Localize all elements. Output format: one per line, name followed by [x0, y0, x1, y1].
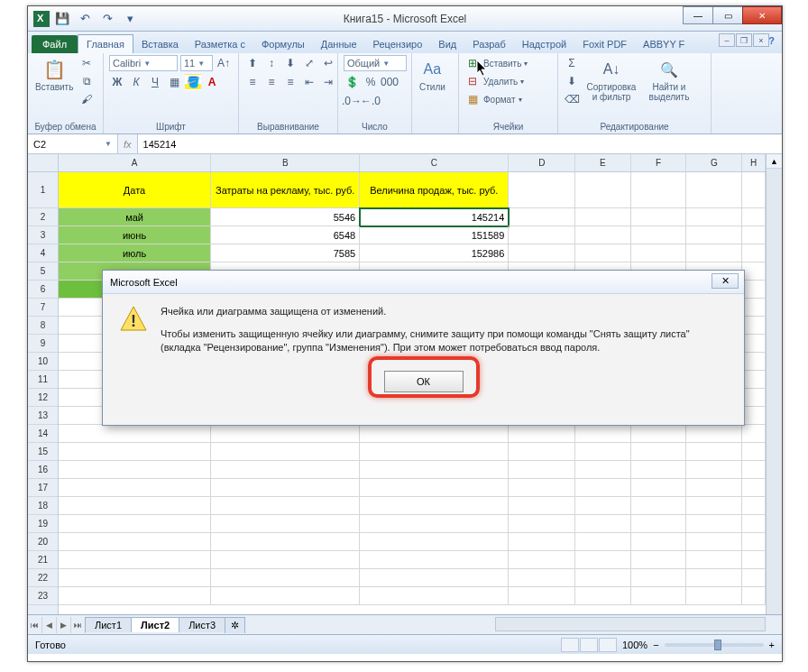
cell[interactable] [631, 172, 687, 208]
cells-delete[interactable]: ⊟Удалить▾ [464, 73, 524, 89]
cell[interactable] [575, 569, 631, 587]
cell[interactable] [742, 172, 766, 208]
cell[interactable] [509, 479, 575, 497]
row-header[interactable]: 22 [28, 569, 58, 587]
close-button[interactable]: ✕ [742, 6, 782, 24]
decrease-decimal-icon[interactable]: ←.0 [363, 93, 379, 109]
cell[interactable]: Величина продаж, тыс. руб. [360, 172, 509, 208]
format-painter-icon[interactable]: 🖌 [78, 91, 95, 107]
cell[interactable] [742, 299, 766, 317]
cell[interactable] [575, 461, 631, 479]
cell[interactable]: Дата [59, 172, 211, 208]
cell[interactable] [360, 497, 509, 515]
cell[interactable] [686, 569, 742, 587]
find-select-button[interactable]: 🔍 Найти и выделить [643, 55, 695, 104]
row-header[interactable]: 11 [28, 371, 58, 389]
cell[interactable] [742, 569, 766, 587]
minimize-button[interactable]: — [683, 6, 713, 24]
cell[interactable] [631, 587, 687, 605]
col-header[interactable]: H [742, 154, 766, 171]
row-header[interactable]: 4 [28, 244, 58, 262]
cut-icon[interactable]: ✂ [78, 55, 95, 71]
vertical-scrollbar[interactable]: ▲ [766, 154, 782, 614]
scroll-up-icon[interactable]: ▲ [767, 154, 782, 169]
cell[interactable] [686, 208, 742, 226]
cell[interactable] [742, 353, 766, 371]
sheet-tab-active[interactable]: Лист2 [131, 617, 179, 632]
dialog-close-button[interactable]: ✕ [712, 273, 739, 289]
cell[interactable] [742, 335, 766, 353]
cell-selected[interactable]: 145214 [360, 208, 509, 226]
cell[interactable]: 7585 [211, 244, 360, 262]
cell[interactable] [575, 172, 631, 208]
cell[interactable] [631, 479, 687, 497]
cells-format[interactable]: ▦Формат▾ [464, 91, 522, 107]
row-header[interactable]: 8 [28, 317, 58, 335]
cell[interactable] [686, 226, 742, 244]
cell[interactable] [686, 461, 742, 479]
cell[interactable] [631, 244, 687, 262]
cell[interactable] [59, 551, 211, 569]
cell[interactable] [360, 587, 509, 605]
fill-color-icon[interactable]: 🪣 [185, 74, 201, 90]
cell[interactable] [742, 587, 766, 605]
cell[interactable] [575, 533, 631, 551]
name-box[interactable]: C2▼ [28, 134, 118, 153]
row-header[interactable]: 19 [28, 515, 58, 533]
qat-customize[interactable]: ▾ [120, 9, 140, 29]
cell[interactable] [360, 461, 509, 479]
cell[interactable] [211, 551, 360, 569]
cell[interactable] [575, 587, 631, 605]
cell[interactable]: июль [59, 244, 211, 262]
cell[interactable] [575, 515, 631, 533]
sheet-nav-prev[interactable]: ◀ [42, 617, 57, 633]
col-header[interactable]: F [631, 154, 687, 171]
cell[interactable] [742, 425, 766, 443]
cell[interactable] [575, 226, 631, 244]
cell[interactable] [631, 569, 687, 587]
row-header[interactable]: 16 [28, 461, 58, 479]
tab-review[interactable]: Рецензиро [365, 35, 431, 53]
cell[interactable] [211, 479, 360, 497]
cell[interactable] [509, 226, 575, 244]
cell[interactable] [211, 569, 360, 587]
cell[interactable] [686, 172, 742, 208]
fill-icon[interactable]: ⬇ [564, 73, 580, 89]
row-header[interactable]: 20 [28, 533, 58, 551]
cell[interactable] [59, 533, 211, 551]
col-header[interactable]: D [509, 154, 575, 171]
cell[interactable] [575, 244, 631, 262]
cell[interactable] [742, 262, 766, 281]
ok-button[interactable]: ОК [384, 371, 464, 392]
qat-redo[interactable]: ↷ [97, 9, 117, 29]
row-header[interactable]: 14 [28, 425, 58, 443]
cell[interactable] [686, 479, 742, 497]
paste-button[interactable]: 📋 Вставить [33, 55, 75, 94]
cell[interactable] [211, 461, 360, 479]
horizontal-scrollbar[interactable] [495, 617, 766, 631]
cell[interactable]: 6548 [211, 226, 360, 244]
autosum-icon[interactable]: Σ [564, 55, 580, 71]
cell[interactable] [575, 208, 631, 226]
row-header[interactable]: 7 [28, 299, 58, 317]
cell[interactable] [575, 497, 631, 515]
cell[interactable] [59, 479, 211, 497]
row-header[interactable]: 5 [28, 262, 58, 281]
cell[interactable] [742, 479, 766, 497]
cell[interactable] [631, 497, 687, 515]
row-header[interactable]: 9 [28, 335, 58, 353]
cell[interactable] [59, 515, 211, 533]
cell[interactable] [742, 443, 766, 461]
cell[interactable] [59, 497, 211, 515]
cell[interactable] [360, 425, 509, 443]
qat-undo[interactable]: ↶ [75, 9, 95, 29]
cell[interactable] [631, 226, 687, 244]
tab-home[interactable]: Главная [78, 34, 133, 53]
cell[interactable] [742, 244, 766, 262]
select-all-corner[interactable] [28, 154, 58, 172]
sheet-tab[interactable]: Лист1 [85, 617, 132, 632]
cell[interactable] [686, 533, 742, 551]
cell[interactable] [509, 587, 575, 605]
row-header[interactable]: 10 [28, 353, 58, 371]
cell[interactable] [509, 443, 575, 461]
